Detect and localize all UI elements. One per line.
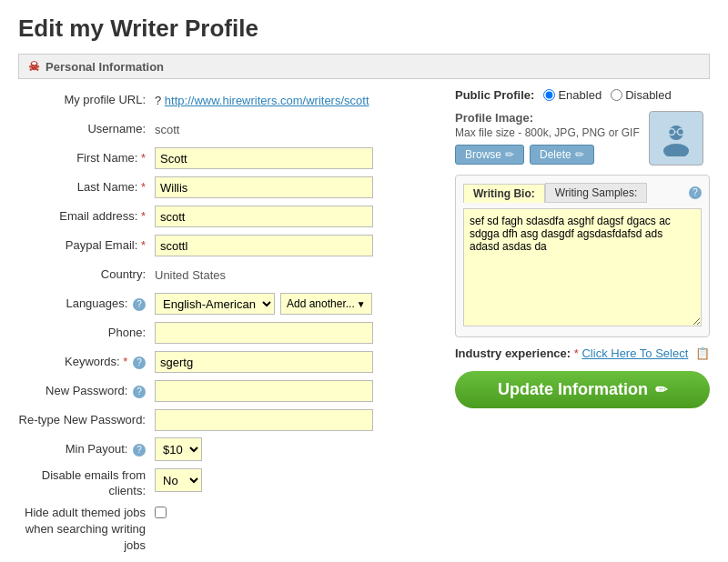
username-row: Username: scott bbox=[18, 117, 437, 141]
country-label: Country: bbox=[18, 266, 155, 283]
browse-button[interactable]: Browse ✏ bbox=[455, 145, 524, 165]
phone-row: Phone: bbox=[18, 321, 437, 345]
username-label: Username: bbox=[18, 121, 155, 137]
avatar bbox=[649, 111, 703, 166]
email-label: Email address: * bbox=[18, 208, 155, 225]
country-value: United States bbox=[155, 268, 226, 282]
language-select[interactable]: English-American bbox=[155, 293, 275, 315]
new-password-label: New Password: ? bbox=[18, 383, 155, 399]
new-password-input[interactable] bbox=[155, 380, 373, 402]
keywords-row: Keywords: * ? bbox=[18, 350, 437, 374]
industry-required: * bbox=[574, 346, 579, 360]
phone-input[interactable] bbox=[155, 322, 373, 344]
writing-bio-section: Writing Bio: Writing Samples: ? bbox=[455, 175, 710, 337]
bio-textarea[interactable] bbox=[463, 208, 702, 326]
public-profile-label: Public Profile: bbox=[455, 88, 534, 102]
add-another-button[interactable]: Add another... ▼ bbox=[280, 293, 372, 315]
update-information-button[interactable]: Update Information ✏ bbox=[455, 371, 710, 408]
min-payout-label: Min Payout: ? bbox=[18, 441, 155, 457]
retype-password-row: Re-type New Password: bbox=[18, 408, 437, 432]
svg-point-0 bbox=[669, 125, 683, 140]
new-password-help-icon[interactable]: ? bbox=[133, 386, 146, 398]
profile-image-info: Profile Image: Max file size - 800k, JPG… bbox=[455, 111, 640, 165]
keywords-help-icon[interactable]: ? bbox=[133, 356, 146, 369]
last-name-row: Last Name: * bbox=[18, 176, 437, 199]
left-panel: My profile URL: ? http://www.hirewriters… bbox=[18, 88, 437, 559]
profile-image-section: Profile Image: Max file size - 800k, JPG… bbox=[455, 111, 710, 166]
disabled-label: Disabled bbox=[625, 88, 672, 102]
phone-label: Phone: bbox=[18, 325, 155, 341]
disabled-radio[interactable] bbox=[611, 89, 622, 101]
bio-tabs: Writing Bio: Writing Samples: ? bbox=[463, 183, 702, 203]
enabled-radio[interactable] bbox=[543, 89, 555, 101]
paypal-row: Paypal Email: * bbox=[18, 234, 437, 257]
min-payout-help-icon[interactable]: ? bbox=[133, 444, 146, 457]
profile-url-link[interactable]: http://www.hirewriters.com/writers/scott bbox=[165, 94, 369, 107]
language-controls: English-American Add another... ▼ bbox=[155, 293, 372, 315]
email-row: Email address: * bbox=[18, 205, 437, 228]
min-payout-controls: $10 $20 $50 bbox=[155, 437, 202, 461]
min-payout-select[interactable]: $10 $20 $50 bbox=[155, 437, 202, 461]
disabled-radio-option[interactable]: Disabled bbox=[611, 88, 672, 102]
username-value: scott bbox=[155, 123, 179, 136]
delete-edit-icon: ✏ bbox=[575, 148, 584, 161]
first-name-input[interactable] bbox=[155, 147, 373, 169]
industry-experience-row: Industry experience: * Click Here To Sel… bbox=[455, 346, 710, 360]
last-name-input[interactable] bbox=[155, 176, 373, 198]
browse-label: Browse bbox=[465, 148, 501, 161]
update-edit-icon: ✏ bbox=[655, 381, 667, 398]
hide-adult-row: Hide adult themed jobs when searching wr… bbox=[18, 505, 437, 555]
profile-url-row: My profile URL: ? http://www.hirewriters… bbox=[18, 88, 437, 112]
enabled-label: Enabled bbox=[558, 88, 602, 102]
country-row: Country: United States bbox=[18, 263, 437, 286]
profile-url-label: My profile URL: bbox=[18, 92, 155, 108]
disable-emails-select[interactable]: No Yes bbox=[155, 468, 202, 492]
person-icon: ☠ bbox=[28, 59, 40, 74]
retype-password-label: Re-type New Password: bbox=[18, 412, 155, 428]
paypal-input[interactable] bbox=[155, 235, 373, 256]
right-panel: Public Profile: Enabled Disabled Profile… bbox=[455, 88, 710, 559]
retype-password-input[interactable] bbox=[155, 409, 373, 431]
new-password-row: New Password: ? bbox=[18, 379, 437, 403]
profile-url-help-icon[interactable]: ? bbox=[155, 94, 161, 107]
languages-row: Languages: ? English-American Add anothe… bbox=[18, 292, 437, 316]
delete-label: Delete bbox=[540, 148, 571, 161]
writing-samples-tab[interactable]: Writing Samples: bbox=[545, 183, 647, 203]
section-label: Personal Information bbox=[46, 60, 164, 74]
public-profile-radio-group: Enabled Disabled bbox=[543, 88, 671, 102]
industry-select-link[interactable]: Click Here To Select bbox=[581, 346, 688, 360]
bio-help-icon[interactable]: ? bbox=[689, 186, 702, 199]
hide-adult-label: Hide adult themed jobs when searching wr… bbox=[18, 505, 155, 555]
keywords-label: Keywords: * ? bbox=[18, 354, 155, 370]
update-button-label: Update Information bbox=[498, 380, 648, 399]
profile-image-size-info: Max file size - 800k, JPG, PNG or GIF bbox=[455, 126, 640, 139]
enabled-radio-option[interactable]: Enabled bbox=[543, 88, 602, 102]
languages-help-icon[interactable]: ? bbox=[133, 298, 146, 311]
personal-information-header: ☠ Personal Information bbox=[18, 54, 710, 79]
paypal-label: Paypal Email: * bbox=[18, 237, 155, 254]
email-input[interactable] bbox=[155, 206, 373, 227]
hide-adult-checkbox[interactable] bbox=[155, 507, 167, 518]
delete-button[interactable]: Delete ✏ bbox=[530, 145, 594, 165]
keywords-input[interactable] bbox=[155, 351, 373, 373]
page-title: Edit my Writer Profile bbox=[18, 15, 710, 43]
disable-emails-label: Disable emails from clients: bbox=[18, 468, 155, 499]
first-name-label: First Name: * bbox=[18, 150, 155, 166]
disable-emails-row: Disable emails from clients: No Yes bbox=[18, 467, 437, 499]
svg-point-1 bbox=[663, 144, 689, 156]
min-payout-row: Min Payout: ? $10 $20 $50 bbox=[18, 437, 437, 461]
industry-label: Industry experience: bbox=[455, 346, 571, 360]
edit-icon: ✏ bbox=[505, 148, 514, 161]
first-name-row: First Name: * bbox=[18, 146, 437, 170]
languages-label: Languages: ? bbox=[18, 296, 155, 312]
public-profile-row: Public Profile: Enabled Disabled bbox=[455, 88, 710, 102]
profile-image-label: Profile Image: bbox=[455, 111, 640, 125]
dropdown-arrow-icon: ▼ bbox=[357, 299, 366, 309]
last-name-label: Last Name: * bbox=[18, 179, 155, 196]
writing-bio-tab[interactable]: Writing Bio: bbox=[463, 184, 545, 203]
